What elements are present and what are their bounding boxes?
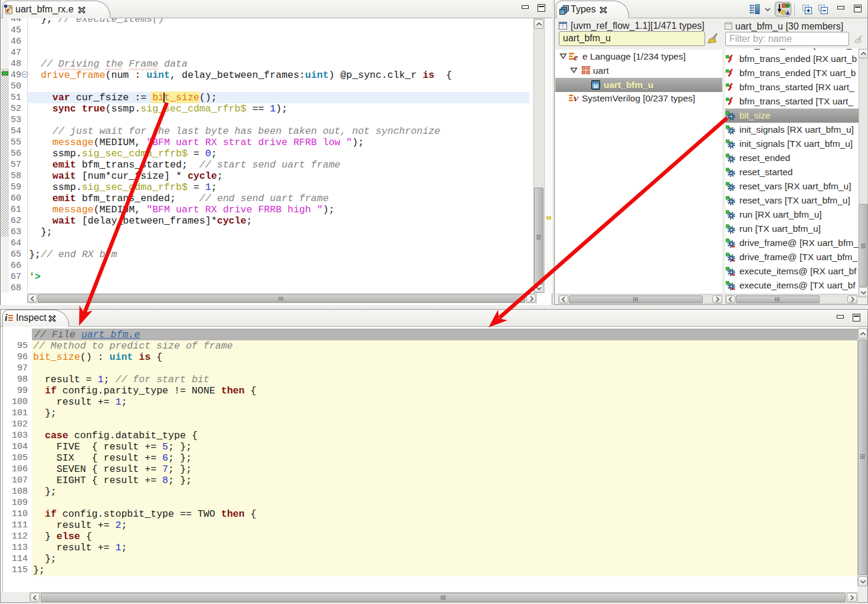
svg-text:u: u	[594, 82, 598, 89]
svg-text:e: e	[574, 52, 578, 61]
svg-text:V: V	[573, 94, 579, 103]
